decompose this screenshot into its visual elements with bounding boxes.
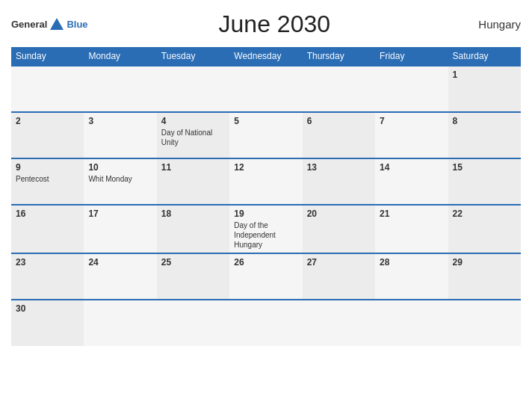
calendar-day-cell: 20 [303, 205, 375, 253]
calendar-body: 1234Day of National Unity56789Pentecost1… [11, 66, 521, 346]
day-number: 4 [161, 116, 225, 126]
logo-blue-text: Blue [66, 19, 87, 30]
day-event: Pentecost [16, 174, 79, 184]
calendar-day-cell: 9Pentecost [11, 158, 84, 205]
day-number: 12 [234, 162, 297, 173]
calendar-day-cell [229, 300, 302, 346]
calendar-day-cell: 3 [84, 112, 156, 158]
day-number: 7 [380, 116, 443, 126]
calendar-day-cell: 10Whit Monday [84, 158, 156, 205]
calendar-day-cell: 25 [157, 253, 229, 300]
day-event: Day of National Unity [161, 128, 225, 147]
calendar-day-cell [303, 300, 375, 346]
calendar-table: SundayMondayTuesdayWednesdayThursdayFrid… [11, 47, 521, 346]
calendar-day-cell: 15 [448, 158, 521, 205]
day-number: 16 [16, 208, 79, 219]
calendar-day-cell [448, 300, 521, 346]
calendar-day-cell: 27 [303, 253, 375, 300]
day-event: Whit Monday [88, 174, 152, 184]
weekday-header: Wednesday [229, 47, 302, 66]
calendar-day-cell: 6 [303, 112, 375, 158]
svg-marker-0 [50, 18, 64, 30]
calendar-week-row: 1 [11, 66, 521, 112]
calendar-day-cell [157, 300, 229, 346]
day-number: 30 [16, 303, 79, 314]
day-number: 25 [161, 257, 225, 268]
day-number: 26 [234, 257, 297, 268]
calendar-day-cell [157, 66, 229, 112]
calendar-day-cell: 22 [448, 205, 521, 253]
calendar-week-row: 16171819Day of the Independent Hungary20… [11, 205, 521, 253]
calendar-day-cell: 7 [375, 112, 448, 158]
calendar-day-cell: 4Day of National Unity [157, 112, 229, 158]
calendar-day-cell: 5 [229, 112, 302, 158]
weekday-header: Monday [84, 47, 156, 66]
calendar-week-row: 23242526272829 [11, 253, 521, 300]
weekday-header: Sunday [11, 47, 84, 66]
day-number: 11 [161, 162, 225, 173]
calendar-week-row: 30 [11, 300, 521, 346]
day-number: 9 [16, 162, 79, 173]
logo-general-text: General [11, 19, 47, 30]
calendar-day-cell: 14 [375, 158, 448, 205]
calendar-day-cell: 24 [84, 253, 156, 300]
calendar-header: General Blue June 2030 Hungary [11, 7, 521, 41]
day-event: Day of the Independent Hungary [234, 220, 297, 250]
day-number: 5 [234, 116, 297, 126]
calendar-day-cell: 11 [157, 158, 229, 205]
calendar-day-cell: 23 [11, 253, 84, 300]
day-number: 17 [88, 208, 152, 219]
weekday-row: SundayMondayTuesdayWednesdayThursdayFrid… [11, 47, 521, 66]
calendar-day-cell: 19Day of the Independent Hungary [229, 205, 302, 253]
weekday-header: Friday [375, 47, 448, 66]
day-number: 15 [453, 162, 516, 173]
day-number: 3 [88, 116, 152, 126]
day-number: 24 [88, 257, 152, 268]
weekday-header: Thursday [303, 47, 375, 66]
day-number: 8 [453, 116, 516, 126]
calendar-day-cell: 18 [157, 205, 229, 253]
day-number: 23 [16, 257, 79, 268]
calendar-week-row: 234Day of National Unity5678 [11, 112, 521, 158]
calendar-day-cell [229, 66, 302, 112]
calendar-day-cell [375, 66, 448, 112]
day-number: 10 [88, 162, 152, 173]
day-number: 21 [380, 208, 443, 219]
calendar-week-row: 9Pentecost10Whit Monday1112131415 [11, 158, 521, 205]
calendar-day-cell: 29 [448, 253, 521, 300]
logo-icon [49, 16, 65, 33]
day-number: 28 [380, 257, 443, 268]
day-number: 6 [307, 116, 371, 126]
calendar-day-cell [84, 66, 156, 112]
day-number: 29 [453, 257, 516, 268]
day-number: 20 [307, 208, 371, 219]
calendar-day-cell: 30 [11, 300, 84, 346]
calendar-day-cell [303, 66, 375, 112]
calendar-day-cell: 28 [375, 253, 448, 300]
day-number: 13 [307, 162, 371, 173]
calendar-day-cell: 21 [375, 205, 448, 253]
logo: General Blue [11, 16, 88, 33]
weekday-header: Saturday [448, 47, 521, 66]
day-number: 2 [16, 116, 79, 126]
calendar-day-cell: 12 [229, 158, 302, 205]
day-number: 22 [453, 208, 516, 219]
calendar-day-cell: 2 [11, 112, 84, 158]
weekday-header: Tuesday [157, 47, 229, 66]
calendar-day-cell: 17 [84, 205, 156, 253]
calendar-day-cell: 8 [448, 112, 521, 158]
day-number: 14 [380, 162, 443, 173]
calendar-header-row: SundayMondayTuesdayWednesdayThursdayFrid… [11, 47, 521, 66]
day-number: 18 [161, 208, 225, 219]
country-name: Hungary [461, 18, 521, 31]
calendar-day-cell: 1 [448, 66, 521, 112]
day-number: 1 [453, 69, 516, 80]
calendar-day-cell [375, 300, 448, 346]
month-title: June 2030 [88, 10, 461, 38]
calendar-day-cell: 13 [303, 158, 375, 205]
calendar-day-cell: 26 [229, 253, 302, 300]
day-number: 27 [307, 257, 371, 268]
calendar-day-cell: 16 [11, 205, 84, 253]
calendar-day-cell [11, 66, 84, 112]
calendar-day-cell [84, 300, 156, 346]
